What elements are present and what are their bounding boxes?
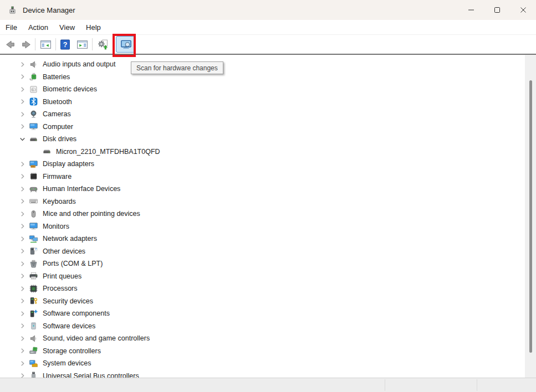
tree-item[interactable]: ?Other devices xyxy=(0,245,525,258)
close-button[interactable] xyxy=(510,0,536,20)
tree-item[interactable]: Batteries xyxy=(0,71,525,84)
chevron-right-icon[interactable] xyxy=(16,198,29,205)
chevron-right-icon[interactable] xyxy=(16,123,29,130)
menu-item-file[interactable]: File xyxy=(6,23,23,32)
chevron-right-icon[interactable] xyxy=(16,74,29,80)
chevron-right-icon[interactable] xyxy=(16,323,29,329)
chevron-right-icon[interactable] xyxy=(16,360,29,367)
tree-item[interactable]: Computer xyxy=(0,121,525,133)
help-icon: ? xyxy=(59,39,71,50)
window-title: Device Manager xyxy=(23,6,75,14)
toolbar-separator xyxy=(35,38,35,50)
help-button[interactable]: ? xyxy=(58,36,72,53)
maximize-button[interactable] xyxy=(484,0,510,20)
tree-item-label: Cameras xyxy=(43,110,71,118)
console-tree-icon xyxy=(40,39,52,50)
chevron-right-icon[interactable] xyxy=(16,161,29,167)
mouse-icon xyxy=(29,209,38,219)
tree-item-label: Software devices xyxy=(43,322,95,330)
tree-item-label: Print queues xyxy=(43,272,81,280)
bluetooth-icon xyxy=(29,97,38,106)
display-adapter-icon xyxy=(29,159,38,169)
scrollbar-track[interactable] xyxy=(525,55,536,378)
scrollbar-thumb[interactable] xyxy=(529,80,532,353)
annotation-red-box xyxy=(113,34,136,57)
tree-item[interactable]: Monitors xyxy=(0,220,525,233)
disk-drive-icon xyxy=(29,135,38,144)
tree-item[interactable]: Software devices xyxy=(0,320,525,333)
tree-item-label: Network adapters xyxy=(43,235,97,243)
tree-item[interactable]: Mice and other pointing devices xyxy=(0,208,525,220)
tree-item-label: Display adapters xyxy=(43,160,94,168)
chevron-right-icon[interactable] xyxy=(16,248,29,255)
menu-item-action[interactable]: Action xyxy=(23,23,54,32)
minimize-button[interactable] xyxy=(458,0,484,20)
tree-item[interactable]: Print queues xyxy=(0,270,525,283)
software-component-icon xyxy=(29,309,38,318)
chevron-right-icon[interactable] xyxy=(16,86,29,92)
tree-item[interactable]: Display adapters xyxy=(0,158,525,171)
chevron-down-icon[interactable] xyxy=(16,136,29,142)
tree-item[interactable]: Network adapters xyxy=(0,233,525,245)
tree-item[interactable]: Cameras xyxy=(0,108,525,121)
tree-item-label: Software components xyxy=(43,310,110,317)
software-device-icon xyxy=(29,321,38,331)
tree-item[interactable]: Micron_2210_MTFDHBA1T0QFD xyxy=(0,146,525,158)
svg-text:?: ? xyxy=(63,41,67,49)
tree-item[interactable]: Security devices xyxy=(0,295,525,308)
back-arrow-button[interactable] xyxy=(3,36,17,53)
tree-item[interactable]: System devices xyxy=(0,357,525,370)
action-pane-button[interactable] xyxy=(74,36,90,53)
tree-item[interactable]: Sound, video and game controllers xyxy=(0,332,525,345)
menu-item-view[interactable]: View xyxy=(54,23,80,32)
serial-port-icon xyxy=(29,259,38,269)
chevron-right-icon[interactable] xyxy=(16,235,29,242)
chevron-right-icon[interactable] xyxy=(16,111,29,117)
chevron-right-icon[interactable] xyxy=(16,61,29,68)
tree-item[interactable]: Disk drives xyxy=(0,133,525,146)
tree-item[interactable]: Human Interface Devices xyxy=(0,183,525,195)
chevron-right-icon[interactable] xyxy=(16,185,29,192)
update-driver-button[interactable] xyxy=(94,36,111,53)
tree-item-label: Processors xyxy=(43,285,78,292)
chevron-right-icon[interactable] xyxy=(16,273,29,280)
tree-item-label: Other devices xyxy=(43,247,85,255)
close-icon xyxy=(520,7,527,13)
chevron-right-icon[interactable] xyxy=(16,99,29,105)
firmware-chip-icon xyxy=(29,172,38,181)
chevron-right-icon[interactable] xyxy=(16,373,29,378)
tree-item[interactable]: Storage controllers xyxy=(0,345,525,358)
tree-item[interactable]: Software components xyxy=(0,307,525,320)
menu-item-help[interactable]: Help xyxy=(80,23,106,32)
chevron-right-icon[interactable] xyxy=(16,310,29,317)
tree-item[interactable]: Biometric devices xyxy=(0,83,525,96)
chevron-right-icon[interactable] xyxy=(16,348,29,354)
speaker-icon xyxy=(29,334,38,343)
tree-item[interactable]: Processors xyxy=(0,282,525,295)
tree-item[interactable]: Ports (COM & LPT) xyxy=(0,257,525,270)
network-icon xyxy=(29,234,38,244)
chevron-right-icon[interactable] xyxy=(16,223,29,230)
console-tree-button[interactable] xyxy=(37,36,54,53)
chevron-right-icon[interactable] xyxy=(16,285,29,292)
toolbar-separator xyxy=(55,38,56,50)
tree-item[interactable]: Audio inputs and output xyxy=(0,58,525,71)
chevron-right-icon[interactable] xyxy=(16,298,29,305)
tree-item[interactable]: Bluetooth xyxy=(0,96,525,109)
tree-item[interactable]: Firmware xyxy=(0,171,525,183)
chevron-right-icon[interactable] xyxy=(16,210,29,217)
tree-item[interactable]: Universal Serial Bus controllers xyxy=(0,370,525,378)
disk-drive-icon xyxy=(42,147,52,156)
chevron-right-icon[interactable] xyxy=(16,173,29,180)
menubar: FileActionViewHelp xyxy=(0,20,536,35)
forward-arrow-button[interactable] xyxy=(19,36,33,53)
tree-item-label: Biometric devices xyxy=(43,85,97,93)
tree-item[interactable]: Keyboards xyxy=(0,195,525,208)
fingerprint-icon xyxy=(29,85,38,94)
tree-item-label: Storage controllers xyxy=(43,347,101,355)
bottom-bar xyxy=(0,378,536,392)
tree-item-label: Sound, video and game controllers xyxy=(43,334,150,342)
chevron-right-icon[interactable] xyxy=(16,260,29,267)
device-tree: Audio inputs and outputBatteriesBiometri… xyxy=(0,58,525,378)
chevron-right-icon[interactable] xyxy=(16,335,29,342)
